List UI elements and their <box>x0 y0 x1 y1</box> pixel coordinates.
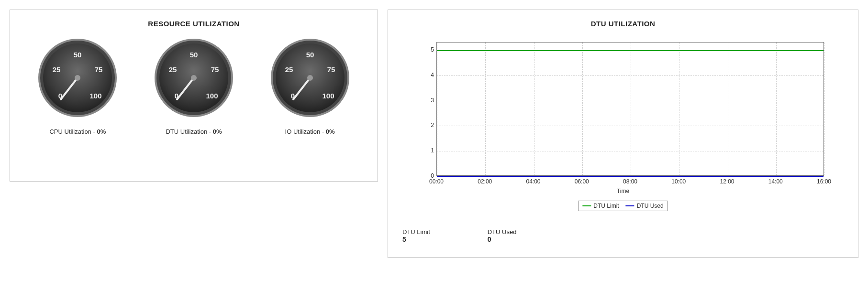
gridline-v <box>485 43 486 175</box>
gridline-v <box>679 43 679 175</box>
svg-text:75: 75 <box>211 65 219 74</box>
gauge-io-value: 0% <box>326 128 335 135</box>
gauge-io-dial: 0 25 50 75 100 <box>269 37 351 118</box>
gauge-cpu-label-text: CPU Utilization - <box>49 128 97 135</box>
x-tick-label: 02:00 <box>478 178 492 185</box>
x-axis-label: Time <box>617 188 629 194</box>
svg-point-24 <box>307 75 313 81</box>
gridline-v <box>534 43 534 175</box>
svg-text:100: 100 <box>206 92 218 100</box>
gauge-cpu-value: 0% <box>97 128 106 135</box>
y-tick-label: 1 <box>420 147 434 154</box>
svg-point-4 <box>75 75 80 81</box>
summary-dtu-used-value: 0 <box>488 235 517 243</box>
y-tick-label: 5 <box>420 46 434 53</box>
gauge-io: 0 25 50 75 100 IO Utilization - 0% <box>269 37 351 135</box>
series-dtu-limit <box>437 50 823 51</box>
gridline-h <box>437 151 823 151</box>
resource-utilization-panel: RESOURCE UTILIZATION <box>10 10 378 182</box>
summary-dtu-used-label: DTU Used <box>488 228 517 235</box>
x-tick-label: 00:00 <box>429 178 444 185</box>
gridline-v <box>437 43 437 175</box>
y-tick-label: 4 <box>420 72 434 78</box>
gauges-row: 0 25 50 75 100 CPU Utilization - 0% <box>20 37 368 135</box>
x-tick-label: 10:00 <box>671 178 686 185</box>
gridline-v <box>728 43 728 175</box>
x-tick-label: 14:00 <box>768 178 783 185</box>
gauge-tick-75: 75 <box>95 65 103 74</box>
x-tick-label: 12:00 <box>720 178 734 185</box>
legend-item: DTU Used <box>626 203 664 209</box>
gauge-dtu-label: DTU Utilization - 0% <box>166 128 222 135</box>
summary-dtu-limit: DTU Limit 5 <box>402 228 430 243</box>
chart-legend: DTU LimitDTU Used <box>578 201 668 211</box>
legend-item: DTU Limit <box>582 203 619 209</box>
svg-text:50: 50 <box>190 51 198 59</box>
gauge-dtu-value: 0% <box>213 128 222 135</box>
x-tick-label: 16:00 <box>817 178 831 185</box>
gridline-v <box>776 43 777 175</box>
resource-util-title: RESOURCE UTILIZATION <box>20 20 368 28</box>
gridline-v <box>582 43 583 175</box>
x-tick-label: 08:00 <box>623 178 637 185</box>
svg-text:100: 100 <box>322 92 334 100</box>
dtu-utilization-panel: DTU UTILIZATION Time DTU LimitDTU Used 0… <box>388 10 858 258</box>
svg-text:25: 25 <box>285 65 293 74</box>
gauge-tick-50: 50 <box>74 51 82 59</box>
summary-dtu-used: DTU Used 0 <box>488 228 517 243</box>
gauge-dtu-dial: 0 25 50 75 100 <box>153 37 234 118</box>
gridline-h <box>437 101 823 101</box>
gauge-cpu: 0 25 50 75 100 CPU Utilization - 0% <box>37 37 118 135</box>
gridline-h <box>437 126 823 126</box>
gauge-dtu: 0 25 50 75 100 DTU Utilization - 0% <box>153 37 234 135</box>
dtu-util-title: DTU UTILIZATION <box>398 20 848 28</box>
summary-dtu-limit-label: DTU Limit <box>402 228 430 235</box>
legend-swatch-icon <box>626 205 634 206</box>
gridline-h <box>437 75 823 76</box>
plot-area <box>436 42 824 176</box>
gauge-io-label: IO Utilization - 0% <box>285 128 335 135</box>
y-tick-label: 3 <box>420 97 434 104</box>
gauge-io-label-text: IO Utilization - <box>285 128 326 135</box>
x-tick-label: 04:00 <box>526 178 540 185</box>
gauge-cpu-label: CPU Utilization - 0% <box>49 128 106 135</box>
series-dtu-used <box>437 176 823 177</box>
svg-point-14 <box>191 75 197 81</box>
gauge-dtu-label-text: DTU Utilization - <box>166 128 212 135</box>
gauge-cpu-dial: 0 25 50 75 100 <box>37 37 118 118</box>
gridline-v <box>824 43 825 175</box>
summary-dtu-limit-value: 5 <box>402 235 430 243</box>
dtu-chart: Time DTU LimitDTU Used 012345 00:0002:00… <box>412 37 834 190</box>
x-tick-label: 06:00 <box>575 178 589 185</box>
legend-label: DTU Used <box>637 203 664 209</box>
dtu-summary: DTU Limit 5 DTU Used 0 <box>398 228 848 243</box>
legend-swatch-icon <box>582 205 591 206</box>
dashboard-container: RESOURCE UTILIZATION <box>10 10 858 258</box>
svg-text:75: 75 <box>327 65 335 74</box>
y-tick-label: 2 <box>420 122 434 128</box>
svg-text:25: 25 <box>169 65 177 74</box>
svg-text:50: 50 <box>306 51 314 59</box>
gridline-v <box>631 43 631 175</box>
gauge-tick-100: 100 <box>90 92 102 100</box>
legend-label: DTU Limit <box>593 203 619 209</box>
gauge-tick-25: 25 <box>53 65 61 74</box>
